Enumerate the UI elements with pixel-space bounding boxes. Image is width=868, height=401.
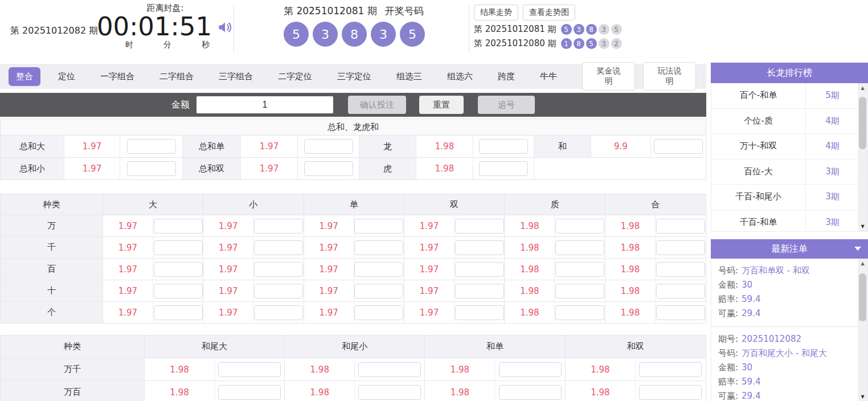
ranking-item[interactable]: 个位-质 4期 (711, 109, 867, 134)
bet-input[interactable] (154, 284, 203, 298)
scroll-up-icon[interactable]: ▲ (858, 259, 867, 268)
tab-dingwei[interactable]: 定位 (58, 71, 75, 82)
bet-input[interactable] (354, 262, 403, 277)
bet-input[interactable] (254, 305, 303, 320)
bet-input[interactable] (455, 240, 504, 255)
bet-input[interactable] (254, 219, 303, 234)
tab-sanzi-zuhe[interactable]: 三字组合 (219, 71, 253, 82)
bet-input[interactable] (154, 240, 203, 255)
tab-zuxuan-liu[interactable]: 组选六 (447, 71, 473, 82)
rules-info-button[interactable]: 玩法说明 (643, 62, 696, 91)
result-trend-button[interactable]: 结果走势 (474, 5, 518, 21)
bet-input[interactable] (354, 219, 403, 234)
bet-input[interactable] (656, 305, 705, 320)
draw-ball: 5 (284, 22, 309, 47)
ranking-item[interactable]: 百位-大 3期 (711, 159, 867, 185)
bet-input[interactable] (499, 362, 562, 377)
bet-input[interactable] (358, 362, 421, 377)
bet-input[interactable] (254, 262, 303, 277)
header-divider (469, 5, 469, 52)
collapse-caret-icon[interactable] (854, 247, 861, 251)
bet-input[interactable] (455, 284, 504, 298)
bet-field-label: 赔率: (718, 377, 738, 387)
tab-erzi-dingwei[interactable]: 二字定位 (278, 71, 312, 82)
scroll-down-icon[interactable]: ▼ (858, 392, 867, 401)
bets-scrollbar[interactable]: ▲ ▼ (858, 259, 867, 401)
odds-value: 1.98 (416, 158, 473, 179)
tab-niuniu[interactable]: 牛牛 (540, 71, 557, 82)
bet-input[interactable] (127, 139, 176, 154)
ranking-item[interactable]: 百个-和单 5期 (711, 83, 867, 109)
bet-input[interactable] (479, 161, 528, 176)
bet-input[interactable] (499, 385, 562, 400)
table-row: 总和大 1.97 总和单 1.97 龙 1.98 和 9.9 (1, 136, 706, 158)
bet-input[interactable] (656, 219, 705, 234)
odds-value: 9.9 (591, 136, 651, 157)
odds-value: 1.97 (203, 280, 253, 301)
odds-value: 1.97 (304, 280, 354, 301)
tab-sanzi-dingwei[interactable]: 三字定位 (337, 71, 371, 82)
bet-input[interactable] (354, 240, 403, 255)
tab-erzi-zuhe[interactable]: 二字组合 (159, 71, 194, 82)
bet-input[interactable] (358, 385, 421, 400)
bet-input[interactable] (656, 284, 705, 298)
bet-input[interactable] (304, 139, 353, 154)
bet-input[interactable] (656, 240, 705, 255)
bet-input[interactable] (639, 362, 702, 377)
latest-bets-list: 号码:万百和单双 - 和双 金额:30 赔率:59.4 可赢:29.4 期号:2… (711, 259, 868, 401)
bet-field-label: 赔率: (718, 294, 738, 304)
bet-field-value: 30 (742, 362, 752, 373)
ranking-item[interactable]: 万十-和双 4期 (711, 134, 867, 159)
tab-zuxuan-san[interactable]: 组选三 (396, 71, 422, 82)
bet-input[interactable] (354, 284, 403, 298)
bet-input[interactable] (555, 240, 604, 255)
bet-input[interactable] (555, 305, 604, 320)
tab-yizi-zuhe[interactable]: 一字组合 (100, 71, 134, 82)
chase-number-button[interactable]: 追号 (478, 96, 535, 114)
bet-input[interactable] (555, 262, 604, 277)
ranking-item[interactable]: 千百-和单 3期 (711, 210, 867, 232)
history-ball: 5 (561, 24, 572, 35)
bet-input[interactable] (555, 219, 604, 234)
amount-input[interactable] (196, 96, 333, 113)
scroll-up-icon[interactable]: ▲ (858, 83, 867, 93)
bet-input[interactable] (455, 262, 504, 277)
section-title: 总和、龙虎和 (1, 119, 706, 136)
bet-input[interactable] (254, 284, 303, 298)
bet-input[interactable] (479, 139, 528, 154)
bet-input[interactable] (304, 161, 353, 176)
reset-button[interactable]: 重置 (419, 96, 464, 114)
ranking-item-name: 百个-和单 (711, 83, 806, 108)
confirm-bet-button[interactable]: 确认投注 (348, 96, 406, 114)
bet-input[interactable] (455, 219, 504, 234)
bet-input[interactable] (154, 305, 203, 320)
bet-input[interactable] (218, 362, 281, 377)
speaker-icon[interactable] (216, 19, 234, 38)
bet-input[interactable] (555, 284, 604, 298)
bet-input[interactable] (154, 219, 203, 234)
odds-value: 1.98 (605, 259, 656, 280)
bet-input[interactable] (254, 240, 303, 255)
bet-input[interactable] (154, 262, 203, 277)
bet-input[interactable] (218, 385, 281, 400)
view-chart-button[interactable]: 查看走势图 (523, 5, 575, 21)
tab-zhenghe[interactable]: 整合 (9, 67, 40, 86)
odds-value: 1.98 (145, 358, 214, 380)
bet-input[interactable] (127, 161, 176, 176)
prize-info-button[interactable]: 奖金说明 (582, 62, 635, 91)
scrollbar-thumb[interactable] (859, 97, 866, 149)
bet-input[interactable] (354, 305, 403, 320)
ranking-item-count: 4期 (806, 134, 859, 159)
odds-value: 1.98 (505, 215, 554, 236)
bet-option-label: 虎 (359, 158, 416, 179)
ranking-item[interactable]: 千百-和尾小 3期 (711, 185, 867, 210)
ranking-scrollbar[interactable]: ▲ ▼ (858, 83, 867, 231)
scrollbar-thumb[interactable] (859, 273, 866, 321)
bet-field-label: 号码: (718, 265, 738, 276)
tab-kuadu[interactable]: 跨度 (498, 71, 515, 82)
bet-input[interactable] (639, 385, 702, 400)
scroll-down-icon[interactable]: ▼ (858, 222, 867, 231)
bet-input[interactable] (455, 305, 504, 320)
bet-input[interactable] (654, 139, 703, 154)
bet-input[interactable] (656, 262, 705, 277)
